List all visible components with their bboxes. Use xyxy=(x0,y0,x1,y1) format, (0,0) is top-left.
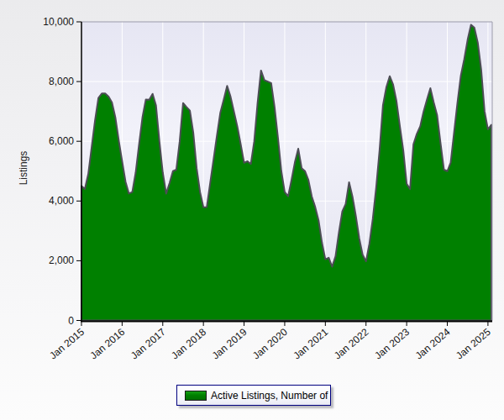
y-tick-label: 8,000 xyxy=(49,76,74,87)
x-tick-label: Jan 2018 xyxy=(169,326,208,362)
y-axis-title: Listings xyxy=(18,137,31,199)
active-listings-area-chart: 02,0004,0006,0008,00010,000Jan 2015Jan 2… xyxy=(0,0,504,374)
x-tick-label: Jan 2023 xyxy=(372,326,412,362)
y-axis-ticks: 02,0004,0006,0008,00010,000 xyxy=(43,16,81,327)
legend-label: Active Listings, Number of xyxy=(211,390,328,402)
y-tick-label: 0 xyxy=(68,315,74,327)
legend-swatch-icon xyxy=(185,391,207,401)
x-tick-label: Jan 2025 xyxy=(454,326,493,362)
legend-box: Active Listings, Number of xyxy=(176,385,331,406)
x-tick-label: Jan 2024 xyxy=(413,326,453,362)
y-tick-label: 10,000 xyxy=(43,16,74,28)
chart-panel: 02,0004,0006,0008,00010,000Jan 2015Jan 2… xyxy=(0,0,504,420)
x-axis-ticks: Jan 2015Jan 2016Jan 2017Jan 2018Jan 2019… xyxy=(47,322,493,362)
x-tick-label: Jan 2022 xyxy=(332,326,371,362)
x-tick-label: Jan 2015 xyxy=(47,326,87,362)
y-tick-label: 6,000 xyxy=(49,135,74,147)
y-tick-label: 2,000 xyxy=(49,255,74,266)
x-tick-label: Jan 2020 xyxy=(250,326,290,362)
y-tick-label: 4,000 xyxy=(49,195,74,207)
x-tick-label: Jan 2019 xyxy=(210,326,249,362)
x-tick-label: Jan 2016 xyxy=(87,326,127,362)
x-tick-label: Jan 2017 xyxy=(129,326,168,362)
x-tick-label: Jan 2021 xyxy=(291,326,330,362)
